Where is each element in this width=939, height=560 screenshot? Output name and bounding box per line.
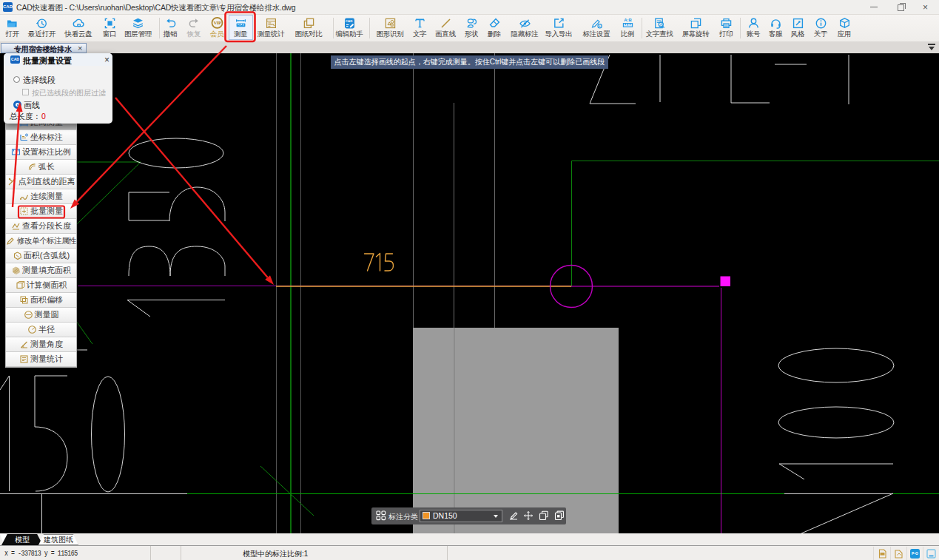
svg-text:CAD: CAD bbox=[345, 19, 352, 23]
svg-text:A:B: A:B bbox=[624, 18, 632, 22]
